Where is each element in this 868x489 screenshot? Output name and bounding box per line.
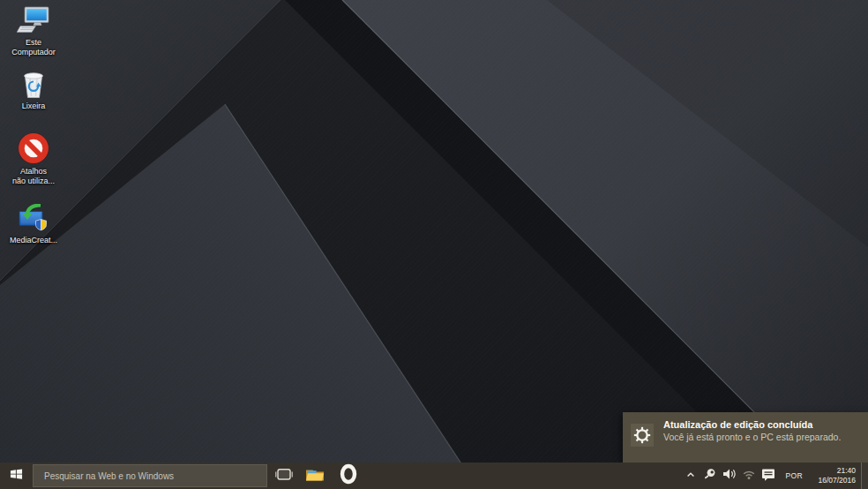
this-pc-icon xyxy=(4,4,63,36)
tray-action-center-button[interactable] xyxy=(759,463,778,489)
notification-body: Você já está pronto e o PC está preparad… xyxy=(663,432,842,444)
icon-label-line: MediaCreat... xyxy=(4,236,63,245)
taskbar: POR 21:40 16/07/2016 xyxy=(0,463,868,489)
clock[interactable]: 21:40 16/07/2016 xyxy=(810,466,861,486)
clock-time: 21:40 xyxy=(812,466,856,476)
action-center-icon xyxy=(761,468,775,485)
recycle-bin-icon xyxy=(4,67,63,100)
task-view-button[interactable] xyxy=(270,463,298,489)
start-button[interactable] xyxy=(0,463,33,489)
windows-logo-icon xyxy=(10,468,23,484)
icon-label-line: não utiliza... xyxy=(4,177,63,186)
clock-date: 16/07/2016 xyxy=(812,476,856,485)
search-input[interactable] xyxy=(33,464,267,487)
tray-network-button[interactable] xyxy=(739,463,759,489)
media-creation-tool-icon xyxy=(4,201,63,234)
network-icon xyxy=(742,468,756,484)
icon-label-line: Lixeira xyxy=(4,102,63,111)
notification-toast[interactable]: Atualização de edição concluída Você já … xyxy=(623,412,868,463)
desktop-icon-blocked-shortcuts[interactable]: Atalhos não utiliza... xyxy=(4,132,63,187)
tray-usb-device-button[interactable] xyxy=(700,463,720,489)
blocked-shortcuts-icon xyxy=(4,132,63,165)
opera-browser-button[interactable] xyxy=(332,463,365,489)
language-indicator[interactable]: POR xyxy=(778,471,810,480)
usb-device-icon xyxy=(704,468,717,484)
notification-title: Atualização de edição concluída xyxy=(663,419,842,430)
show-desktop-button[interactable] xyxy=(861,463,868,489)
task-view-icon xyxy=(275,468,293,485)
file-explorer-icon xyxy=(305,466,325,485)
desktop-icon-recycle-bin[interactable]: Lixeira xyxy=(4,67,63,111)
desktop: Este Computador Lixeira xyxy=(0,0,868,489)
volume-icon xyxy=(722,468,737,484)
desktop-icon-media-creation-tool[interactable]: MediaCreat... xyxy=(4,201,63,245)
gear-icon xyxy=(631,424,654,447)
desktop-icon-this-pc[interactable]: Este Computador xyxy=(4,4,63,58)
chevron-up-icon xyxy=(685,468,696,484)
file-explorer-button[interactable] xyxy=(298,463,332,489)
opera-icon xyxy=(337,463,360,489)
system-tray: POR 21:40 16/07/2016 xyxy=(681,463,868,489)
tray-volume-button[interactable] xyxy=(720,463,739,489)
icon-label-line: Este xyxy=(4,38,63,48)
icon-label-line: Computador xyxy=(4,48,63,57)
tray-expand-button[interactable] xyxy=(681,463,700,489)
icon-label-line: Atalhos xyxy=(4,167,63,177)
